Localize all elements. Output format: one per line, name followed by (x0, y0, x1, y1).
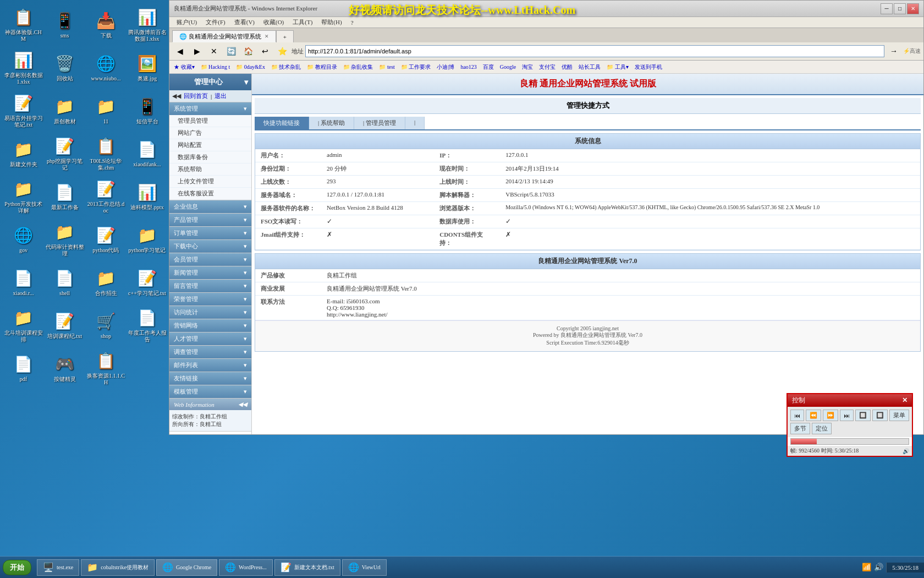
menu-question[interactable]: ? (346, 18, 358, 27)
fav-tool[interactable]: 📁 工具▾ (605, 63, 630, 72)
desktop-icon-yuanchuang[interactable]: 📁 原创教材 (44, 89, 85, 132)
cp-box1[interactable]: 🔲 (855, 410, 871, 421)
fav-tools[interactable]: 站长工具 (577, 63, 602, 72)
cms-item-admin-mgmt[interactable]: 管理员管理 (169, 115, 251, 127)
cms-item-site-config[interactable]: 网站配置 (169, 139, 251, 151)
desktop-icon-xiaodi[interactable]: 📄 xiaodifank... (127, 132, 168, 175)
desktop-icon-sms[interactable]: 📱 sms (44, 3, 85, 46)
fav-taobao[interactable]: 淘宝 (520, 63, 535, 72)
cms-item-db-backup[interactable]: 数据库备份 (169, 151, 251, 163)
desktop-icon-神器[interactable]: 📋 神器体验版.CHM (3, 3, 44, 46)
cp-locate[interactable]: 定位 (812, 423, 832, 434)
desktop-icon-hezuo[interactable]: 📁 合作招生 (85, 260, 127, 303)
bookmarks-button[interactable]: ⭐ (274, 44, 290, 58)
cp-box2[interactable]: 🔲 (872, 410, 888, 421)
tab-sys-help[interactable]: | 系统帮助 (309, 117, 354, 129)
desktop-icon-shell[interactable]: 📄 shell (44, 260, 85, 303)
nav-home[interactable]: 回到首页 (184, 92, 208, 100)
desktop-icon-2013work[interactable]: 📝 2013工作总结.doc (85, 175, 127, 217)
cp-next-end[interactable]: ⏭ (840, 410, 854, 421)
desktop-icon-cppnotes[interactable]: 📝 c++学习笔记.txt (127, 260, 168, 303)
menu-view[interactable]: 查看(V) (230, 17, 259, 28)
desktop-icon-gov[interactable]: 🌐 gov (3, 217, 44, 260)
cms-section-header-marketing[interactable]: 营销网络 ▾ (169, 319, 251, 332)
fav-hackingt[interactable]: 📁 Hacking t (199, 63, 232, 70)
taskbar-item-test[interactable]: 🖥️ test.exe (37, 559, 79, 576)
desktop-icon-phpwa[interactable]: 📝 php挖掘学习笔记 (44, 132, 85, 175)
desktop-icon-zuixin[interactable]: 📄 最新工作备 (44, 175, 85, 217)
cms-section-header-system[interactable]: 系统管理 ▾ (169, 102, 251, 115)
desktop-icon-codereview[interactable]: 📁 代码审计资料整理 (44, 217, 85, 260)
desktop-icon-sms2[interactable]: 📱 短信平台 (127, 89, 168, 132)
tray-volume-icon[interactable]: 🔊 (874, 563, 883, 572)
fav-jiaocheng[interactable]: 📁 教程目录 (305, 63, 339, 72)
refresh-button[interactable]: 🔄 (223, 44, 239, 58)
close-button[interactable]: ✕ (907, 3, 919, 14)
fav-google[interactable]: Google (498, 63, 518, 70)
minimize-button[interactable]: ─ (881, 3, 893, 14)
tab-close-cms[interactable]: ✕ (265, 34, 269, 39)
taskbar-clock[interactable]: 5:30/25:18 (886, 563, 924, 572)
cms-section-header-webinfo[interactable]: Web Information ◀◀ (169, 399, 251, 410)
taskbar-item-viewurl[interactable]: 🌐 ViewUrl (342, 559, 387, 576)
cms-header-collapse[interactable]: ▾ (244, 78, 248, 87)
menu-file[interactable]: 文件(F) (201, 17, 229, 28)
fav-jishu[interactable]: 📁 技术杂乱 (270, 63, 303, 72)
cp-menu[interactable]: 菜单 (889, 410, 909, 421)
cms-item-sys-help[interactable]: 系统帮助 (169, 163, 251, 176)
desktop-icon-pythonnotes[interactable]: 📁 python学习笔记 (127, 217, 168, 260)
cp-prev-start[interactable]: ⏮ (790, 410, 804, 421)
cms-section-header-visit[interactable]: 访问统计 ▾ (169, 306, 251, 319)
cms-section-header-links[interactable]: 友情链接 ▾ (169, 372, 251, 385)
desktop-icon-xlsx2[interactable]: 📊 李彦彬别名数据1.xlsx (3, 46, 44, 89)
desktop-icon-xiaodirtxt[interactable]: 📄 xiaodi.r... (3, 260, 44, 303)
desktop-icon-xlsx1[interactable]: 📊 腾讯微博前百名数据1.xlsx (127, 3, 168, 46)
fav-hao123[interactable]: hao123 (459, 63, 478, 70)
address-input[interactable] (305, 45, 884, 57)
nav-logout[interactable]: 退出 (215, 92, 227, 100)
desktop-icon-python[interactable]: 📁 Python开发技术详解 (3, 175, 44, 217)
go-button[interactable]: → (886, 44, 901, 58)
cms-section-header-email[interactable]: 邮件列表 ▾ (169, 359, 251, 372)
stop-button[interactable]: ✕ (206, 44, 222, 58)
taskbar-item-wordpress[interactable]: 🌐 WordPress... (219, 559, 273, 576)
desktop-icon-annual[interactable]: 📄 年度工作考人报告 (127, 303, 168, 346)
desktop-icon-niubo[interactable]: 🌐 www.niubo... (85, 46, 127, 89)
cms-section-header-order[interactable]: 订单管理 ▾ (169, 227, 251, 239)
tab-new[interactable]: + (276, 30, 294, 42)
menu-tools[interactable]: 工具(T) (288, 17, 317, 28)
desktop-icon-dike[interactable]: 📊 迪科模型.pptx (127, 175, 168, 217)
menu-help[interactable]: 帮助(H) (317, 17, 346, 28)
control-panel-close-button[interactable]: ✕ (902, 396, 908, 405)
desktop-icon-11[interactable]: 📁 11 (85, 89, 127, 132)
menu-favorites[interactable]: 收藏(O) (259, 17, 288, 28)
desktop-icon-tools[interactable]: 📋 T00LS论坛华集.chm (85, 132, 127, 175)
home-button[interactable]: 🏠 (240, 44, 256, 58)
desktop-icon-newfolder[interactable]: 📁 新建文件夹 (3, 132, 44, 175)
back-button[interactable]: ◀ (172, 44, 188, 58)
desktop-icon-download[interactable]: 📥 下载 (85, 3, 127, 46)
cms-section-header-template[interactable]: 模板管理 ▾ (169, 385, 251, 398)
menu-account[interactable]: 账户(U) (172, 17, 201, 28)
tab-cms[interactable]: 🌐 良精通用企业网站管理系统 ✕ (172, 30, 276, 42)
cms-item-site-ad[interactable]: 网站广告 (169, 127, 251, 139)
fav-0day[interactable]: 📁 0day&Ex (234, 63, 267, 70)
taskbar-item-cobalt[interactable]: 📁 cobaltstrike使用教材 (81, 559, 155, 576)
cms-section-header-download[interactable]: 下载中心 ▾ (169, 240, 251, 253)
fav-zhifubao[interactable]: 支付宝 (537, 63, 557, 72)
taskbar-item-newtxt[interactable]: 📝 新建文本文档.txt (274, 559, 340, 576)
desktop-icon-anjian[interactable]: 🎮 按键精灵 (44, 346, 85, 389)
desktop-icon-aojpg[interactable]: 🖼️ 奥速.jpg (127, 46, 168, 89)
cms-section-header-hr[interactable]: 人才管理 ▾ (169, 332, 251, 345)
fav-zaluan[interactable]: 📁 杂乱收集 (342, 63, 375, 72)
cms-item-online-service[interactable]: 在线客服设置 (169, 188, 251, 200)
cp-next[interactable]: ⏩ (823, 410, 838, 421)
start-button[interactable]: 开始 (3, 560, 31, 575)
fav-work[interactable]: 📁 工作要求 (399, 63, 433, 72)
tab-admin-mgmt[interactable]: | 管理员管理 (354, 117, 405, 129)
desktop-icon-shop[interactable]: 🛒 shop (85, 303, 127, 346)
cms-item-upload-mgmt[interactable]: 上传文件管理 (169, 176, 251, 188)
fav-xiaodi[interactable]: 小迪|博 (435, 63, 456, 72)
maximize-button[interactable]: □ (894, 3, 906, 14)
fav-sendto[interactable]: 发送到手机 (633, 63, 664, 72)
